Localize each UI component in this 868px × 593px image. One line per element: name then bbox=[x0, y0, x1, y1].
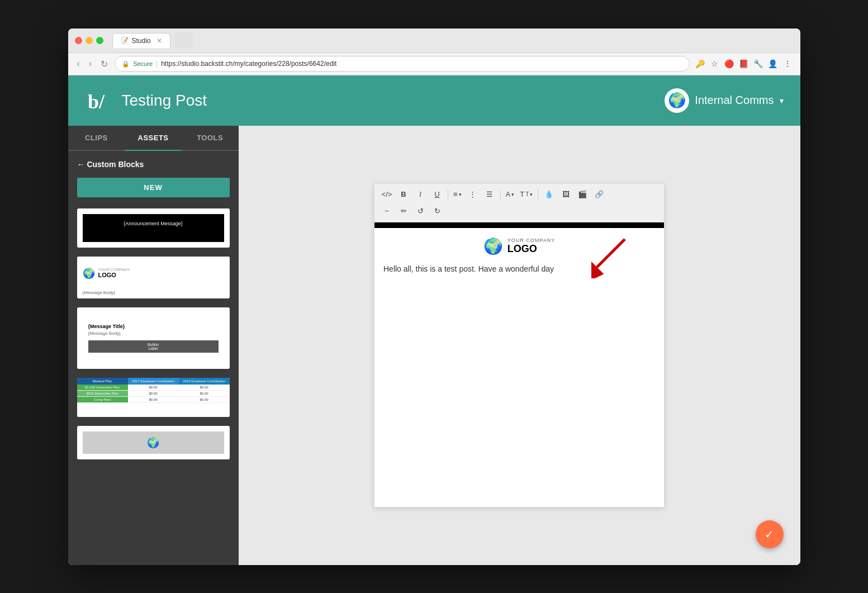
svg-line-2 bbox=[597, 239, 625, 267]
toolbar-separator-2 bbox=[500, 189, 501, 200]
block-thumbnail-partial[interactable]: 🌍 bbox=[77, 426, 230, 459]
align-button[interactable]: ≡▾ bbox=[451, 189, 464, 200]
fab-button[interactable]: ✓ bbox=[756, 520, 784, 548]
table-cell-1-3: $0.00 bbox=[179, 385, 230, 390]
code-button[interactable]: </> bbox=[379, 187, 395, 202]
logo-svg: b/ bbox=[86, 87, 112, 114]
sidebar-tabs: CLIPS ASSETS TOOLS bbox=[68, 126, 239, 151]
org-globe-icon: 🌍 bbox=[665, 88, 689, 113]
table-cell-3-1: Comp Plan bbox=[77, 397, 128, 402]
tab-favicon: 📝 bbox=[121, 37, 129, 44]
address-bar: ‹ › ↻ 🔒 Secure | https://studio.backstit… bbox=[68, 53, 800, 75]
close-button[interactable] bbox=[75, 37, 82, 44]
block-thumb-company: YOUR COMPANY bbox=[98, 268, 224, 272]
app-logo-area: b/ Testing Post bbox=[85, 87, 207, 115]
sidebar: CLIPS ASSETS TOOLS ← Custom Blocks NEW {… bbox=[68, 126, 239, 565]
underline-button[interactable]: U bbox=[429, 187, 445, 202]
bold-button[interactable]: B bbox=[396, 187, 411, 202]
video-button[interactable]: 🎬 bbox=[575, 187, 590, 202]
new-tab-button[interactable] bbox=[175, 32, 193, 48]
editor-toolbar: </> B I U ≡▾ ⋮ ☰ A▾ TT▾ 💧 bbox=[374, 184, 664, 222]
sidebar-tab-clips[interactable]: CLIPS bbox=[68, 126, 125, 150]
font-color-button[interactable]: A▾ bbox=[504, 189, 517, 200]
tab-close-icon[interactable]: ✕ bbox=[156, 37, 162, 45]
partial-block-icon: 🌍 bbox=[147, 437, 159, 449]
ext-icon-3[interactable]: 🔧 bbox=[752, 58, 765, 70]
ext-icon-1[interactable]: 🔴 bbox=[723, 58, 736, 70]
ordered-list-button[interactable]: ⋮ bbox=[465, 187, 481, 202]
maximize-button[interactable] bbox=[96, 37, 103, 44]
red-arrow-decoration bbox=[591, 234, 647, 278]
minus-button[interactable]: − bbox=[379, 204, 395, 219]
url-bar[interactable]: 🔒 Secure | https://studio.backstit.ch/my… bbox=[115, 56, 689, 72]
email-logo-section: 🌍 YOUR COMPANY LOGO bbox=[374, 228, 664, 264]
block-thumbnail-table[interactable]: Medical Plan 2017 Employee Contribution … bbox=[77, 378, 230, 417]
tab-bar: 📝 Studio ✕ bbox=[108, 32, 794, 48]
sidebar-tab-assets[interactable]: ASSETS bbox=[125, 126, 182, 151]
table-cell-2-2: $0.00 bbox=[128, 391, 179, 396]
email-company-text: YOUR COMPANY LOGO bbox=[507, 238, 555, 255]
block-thumb-text: YOUR COMPANY LOGO bbox=[98, 268, 224, 278]
table-cell-1-2: $0.00 bbox=[128, 385, 179, 390]
redo-button[interactable]: ↻ bbox=[429, 204, 445, 219]
org-dropdown-icon[interactable]: ▾ bbox=[780, 96, 784, 105]
editor-content[interactable]: 🌍 YOUR COMPANY LOGO bbox=[374, 222, 664, 507]
secure-label: Secure bbox=[133, 60, 153, 67]
toolbar-separator-1 bbox=[448, 189, 448, 200]
block-thumb-partial-inner: 🌍 bbox=[83, 431, 224, 454]
page-title: Testing Post bbox=[122, 92, 207, 110]
undo-button[interactable]: ↺ bbox=[412, 204, 428, 219]
block-thumb-body-label: {Message Body} bbox=[77, 290, 230, 298]
email-globe-icon: 🌍 bbox=[483, 237, 503, 255]
minimize-button[interactable] bbox=[86, 37, 93, 44]
refresh-button[interactable]: ↻ bbox=[98, 58, 110, 70]
menu-icon[interactable]: ⋮ bbox=[781, 58, 794, 70]
table-cell-2-3: $0.00 bbox=[179, 391, 230, 396]
email-company-label: YOUR COMPANY bbox=[507, 238, 555, 243]
block-thumbnail-logo-body[interactable]: 🌍 YOUR COMPANY LOGO {Message Body} bbox=[77, 257, 230, 298]
block-thumb-3-inner: {Message Title} {Message Body} Button La… bbox=[83, 318, 224, 358]
browser-window: 📝 Studio ✕ ‹ › ↻ 🔒 Secure | https://stud… bbox=[68, 29, 800, 565]
text-size-button[interactable]: TT▾ bbox=[518, 189, 535, 200]
ext-icon-2[interactable]: 📕 bbox=[738, 58, 750, 70]
unordered-list-button[interactable]: ☰ bbox=[482, 187, 497, 202]
link-button[interactable]: 🔗 bbox=[591, 187, 607, 202]
table-row-3: Comp Plan $0.00 $0.00 bbox=[77, 397, 230, 403]
table-header-cell-2: 2017 Employee Contribution bbox=[128, 378, 179, 385]
table-cell-3-2: $0.00 bbox=[128, 397, 179, 402]
block-thumb-4-inner: Medical Plan 2017 Employee Contribution … bbox=[77, 378, 230, 417]
browser-tab[interactable]: 📝 Studio ✕ bbox=[112, 33, 170, 48]
header-right: 🌍 Internal Comms ▾ bbox=[665, 88, 783, 113]
pencil-button[interactable]: ✏ bbox=[396, 204, 411, 219]
toolbar-row-2: − ✏ ↺ ↻ bbox=[379, 204, 660, 219]
key-icon[interactable]: 🔑 bbox=[694, 58, 706, 70]
svg-text:b/: b/ bbox=[88, 91, 105, 113]
toolbar-row-1: </> B I U ≡▾ ⋮ ☰ A▾ TT▾ 💧 bbox=[379, 187, 660, 202]
back-nav-button[interactable]: ‹ bbox=[75, 58, 82, 70]
account-icon[interactable]: 👤 bbox=[767, 58, 779, 70]
image-button[interactable]: 🖼 bbox=[558, 187, 573, 202]
block-thumb-logo: LOGO bbox=[98, 272, 224, 278]
browser-toolbar-icons: 🔑 ☆ 🔴 📕 🔧 👤 ⋮ bbox=[694, 58, 794, 70]
back-link[interactable]: ← Custom Blocks bbox=[77, 160, 230, 169]
bookmark-icon[interactable]: ☆ bbox=[709, 58, 721, 70]
block-thumbnail-announcement[interactable]: {Announcement Message} bbox=[77, 208, 230, 248]
block-thumb-globe-icon: 🌍 bbox=[83, 267, 95, 279]
new-block-button[interactable]: NEW bbox=[77, 178, 230, 197]
droplet-button[interactable]: 💧 bbox=[541, 187, 557, 202]
block-thumbnail-full[interactable]: {Message Title} {Message Body} Button La… bbox=[77, 307, 230, 369]
sidebar-content: ← Custom Blocks NEW {Announcement Messag… bbox=[68, 151, 239, 565]
forward-nav-button[interactable]: › bbox=[87, 58, 94, 70]
table-cell-2-1: $500 Deductible Plan bbox=[77, 391, 128, 396]
editor-panel: </> B I U ≡▾ ⋮ ☰ A▾ TT▾ 💧 bbox=[374, 183, 665, 507]
sidebar-tab-tools[interactable]: TOOLS bbox=[182, 126, 239, 150]
app-header: b/ Testing Post 🌍 Internal Comms ▾ bbox=[68, 75, 800, 126]
lock-icon: 🔒 bbox=[122, 60, 130, 68]
app-content: b/ Testing Post 🌍 Internal Comms ▾ CLIPS bbox=[68, 75, 800, 565]
org-name: Internal Comms bbox=[695, 94, 774, 107]
table-header-cell-3: 2018 Employee Contribution bbox=[179, 378, 230, 385]
block-thumb-title: {Message Title} bbox=[88, 324, 219, 329]
editor-area: </> B I U ≡▾ ⋮ ☰ A▾ TT▾ 💧 bbox=[239, 126, 800, 565]
italic-button[interactable]: I bbox=[412, 187, 428, 202]
block-thumb-1-inner: {Announcement Message} bbox=[83, 214, 224, 242]
